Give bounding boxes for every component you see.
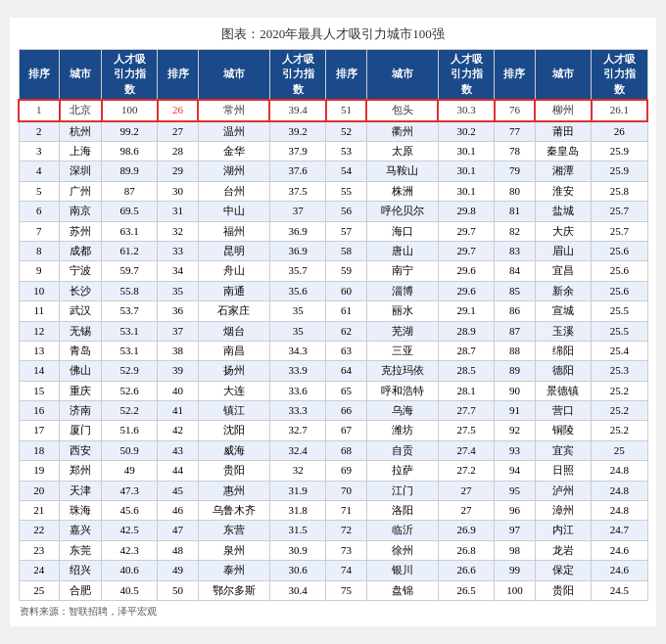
cell-score: 33.9 [269,361,325,381]
cell-score: 24.8 [592,501,647,521]
col-header-index1: 人才吸引力指数 [102,50,158,101]
table-row: 9宁波59.734舟山35.759南宁29.684宜昌25.6 [19,261,647,281]
cell-rank: 19 [19,461,60,481]
cell-score: 28.9 [438,321,494,341]
cell-city: 绵阳 [535,341,591,360]
cell-rank: 28 [158,141,199,161]
cell-city: 自贡 [366,440,438,460]
cell-rank: 98 [495,540,536,560]
cell-score: 42.5 [102,521,158,540]
cell-score: 30.4 [269,580,325,600]
cell-city: 莆田 [535,121,591,142]
cell-score: 25.2 [592,401,647,421]
cell-rank: 87 [495,321,536,341]
cell-city: 金华 [198,141,269,161]
cell-city: 合肥 [60,580,102,600]
cell-score: 35 [269,301,325,321]
cell-score: 25.6 [592,261,647,281]
cell-score: 25 [592,440,647,460]
cell-rank: 44 [158,461,199,481]
cell-rank: 46 [158,501,199,521]
cell-score: 29.6 [438,261,494,281]
cell-rank: 80 [495,181,536,201]
cell-score: 37.6 [269,161,325,181]
cell-city: 厦门 [60,421,102,440]
cell-score: 87 [102,181,158,201]
cell-score: 24.8 [592,481,647,500]
cell-city: 盘锦 [366,580,438,600]
cell-rank: 58 [326,241,367,260]
cell-city: 镇江 [198,401,269,421]
cell-city: 株洲 [366,181,438,201]
cell-city: 丽水 [366,301,438,321]
cell-rank: 99 [495,561,536,580]
cell-rank: 59 [326,261,367,281]
cell-score: 25.4 [592,341,647,360]
main-container: 图表：2020年最具人才吸引力城市100强 排序 城市 人才吸引力指数 排序 城… [10,18,656,626]
cell-rank: 100 [495,580,536,600]
cell-rank: 1 [19,100,60,120]
cell-city: 广州 [60,181,102,201]
cell-score: 31.5 [269,521,325,540]
cell-rank: 3 [19,141,60,161]
table-row: 6南京69.531中山3756呼伦贝尔29.881盐城25.7 [19,202,647,221]
cell-score: 27.5 [438,421,494,440]
cell-score: 30.9 [269,540,325,560]
cell-rank: 91 [495,401,536,421]
cell-city: 泸州 [535,481,591,500]
cell-score: 36.9 [269,241,325,260]
table-row: 25合肥40.550鄂尔多斯30.475盘锦26.5100贵阳24.5 [19,580,647,600]
cell-score: 30.1 [438,161,494,181]
cell-rank: 71 [326,501,367,521]
cell-city: 呼伦贝尔 [366,202,438,221]
cell-rank: 57 [326,221,367,241]
cell-city: 武汉 [60,301,102,321]
cell-rank: 81 [495,202,536,221]
cell-rank: 66 [326,401,367,421]
cell-rank: 86 [495,301,536,321]
cell-city: 郑州 [60,461,102,481]
cell-score: 25.5 [592,301,647,321]
cell-score: 31.9 [269,481,325,500]
cell-score: 52.9 [102,361,158,381]
table-row: 5广州8730台州37.555株洲30.180淮安25.8 [19,181,647,201]
cell-city: 淄博 [366,281,438,300]
cell-rank: 64 [326,361,367,381]
cell-city: 宣城 [535,301,591,321]
cell-rank: 4 [19,161,60,181]
table-row: 15重庆52.640大连33.665呼和浩特28.190景德镇25.2 [19,381,647,400]
col-header-rank2: 排序 [158,50,199,101]
cell-score: 27.4 [438,440,494,460]
cell-city: 上海 [60,141,102,161]
cell-city: 保定 [535,561,591,580]
cell-city: 柳州 [535,100,591,120]
cell-score: 39.4 [269,100,325,120]
cell-city: 海口 [366,221,438,241]
cell-city: 西安 [60,440,102,460]
table-row: 14佛山52.939扬州33.964克拉玛依28.589德阳25.3 [19,361,647,381]
cell-city: 泉州 [198,540,269,560]
cell-score: 100 [102,100,158,120]
cell-score: 61.2 [102,241,158,260]
cell-city: 绍兴 [60,561,102,580]
col-header-city2: 城市 [198,50,269,101]
cell-city: 克拉玛依 [366,361,438,381]
cell-city: 唐山 [366,241,438,260]
cell-city: 东营 [198,521,269,540]
cell-score: 25.9 [592,141,647,161]
cell-rank: 30 [158,181,199,201]
cell-rank: 50 [158,580,199,600]
cell-score: 40.5 [102,580,158,600]
cell-city: 大庆 [535,221,591,241]
cell-city: 景德镇 [535,381,591,400]
cell-city: 徐州 [366,540,438,560]
col-header-city1: 城市 [60,50,102,101]
cell-score: 59.7 [102,261,158,281]
cell-city: 新余 [535,281,591,300]
cell-rank: 12 [19,321,60,341]
col-header-index3: 人才吸引力指数 [438,50,494,101]
cell-city: 成都 [60,241,102,260]
cell-score: 28.7 [438,341,494,360]
cell-rank: 8 [19,241,60,260]
cell-score: 27 [438,481,494,500]
